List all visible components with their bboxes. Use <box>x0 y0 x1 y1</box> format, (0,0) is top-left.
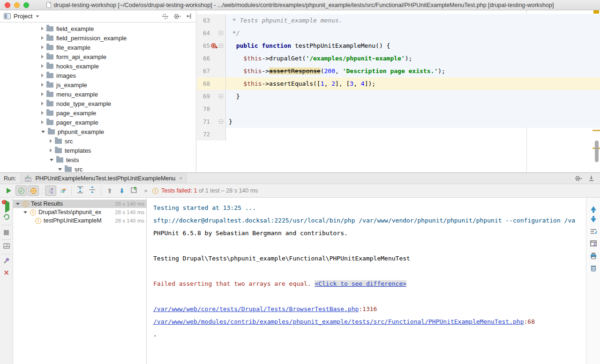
chevron-expanded-icon[interactable] <box>58 168 62 171</box>
next-failed-test-button[interactable]: ⬇ <box>116 186 128 196</box>
editor-gutter[interactable]: 66 <box>197 52 226 65</box>
project-tree-item-src[interactable]: src <box>0 136 196 146</box>
gear-icon[interactable] <box>575 175 583 182</box>
test-tree-item[interactable]: !testPhpUnitExampleM28 s 140 ms <box>13 216 146 225</box>
toggle-auto-test-button[interactable] <box>2 213 11 223</box>
chevron-collapsed-icon[interactable] <box>41 74 44 77</box>
editor-gutter[interactable]: 65! <box>197 39 226 52</box>
chevron-expanded-icon[interactable] <box>23 211 27 214</box>
rerun-button[interactable] <box>3 186 15 196</box>
editor-gutter[interactable]: 71 <box>197 115 226 128</box>
editor-gutter[interactable]: 67 <box>197 65 226 77</box>
chevron-collapsed-icon[interactable] <box>41 102 44 105</box>
scroll-down-button[interactable] <box>589 215 598 225</box>
chevron-collapsed-icon[interactable] <box>41 92 44 96</box>
see-difference-link[interactable]: <Click to see difference> <box>315 280 406 287</box>
code-line[interactable]: 64 */ <box>197 27 600 39</box>
project-panel-header[interactable]: Project <box>0 10 196 22</box>
code-line[interactable]: 66 $this->drupalGet('/examples/phpunit-e… <box>197 52 600 65</box>
chevron-expanded-icon[interactable] <box>16 203 20 205</box>
code-line[interactable]: 63 * Tests phpunit_example menus. <box>197 14 600 27</box>
scroll-from-source-icon[interactable] <box>162 13 169 20</box>
project-tree-item-tests[interactable]: tests <box>0 155 196 164</box>
chevron-collapsed-icon[interactable] <box>41 120 44 124</box>
project-tree-item-file_example[interactable]: file_example <box>0 43 196 52</box>
previous-failed-test-button[interactable]: ⬆ <box>104 186 115 196</box>
import-export-results-button[interactable] <box>128 186 140 196</box>
chevron-expanded-icon[interactable] <box>41 131 45 133</box>
open-results-in-editor-button[interactable] <box>589 240 598 249</box>
show-passed-button[interactable]: ✓ <box>15 186 27 196</box>
editor-gutter[interactable]: 63 <box>197 14 226 27</box>
chevron-collapsed-icon[interactable] <box>41 111 44 115</box>
run-configuration-tab[interactable]: php✓ PHPUnitExampleMenuTest.testPhpUnitE… <box>21 173 187 184</box>
project-tree-item-pager_example[interactable]: pager_example <box>0 118 196 127</box>
project-tree-item-images[interactable]: images <box>0 71 196 80</box>
chevron-collapsed-icon[interactable] <box>41 83 44 87</box>
project-tree-item-templates[interactable]: templates <box>0 146 196 155</box>
project-tree-item-form_api_example[interactable]: form_api_example <box>0 52 196 61</box>
close-tab-icon[interactable]: × <box>179 175 182 182</box>
test-console-output[interactable]: Testing started at 13:25 ...sftp://docke… <box>147 198 586 364</box>
fold-marker-icon[interactable] <box>219 44 223 48</box>
project-tree-item-menu_example[interactable]: menu_example <box>0 89 196 99</box>
more-chevron[interactable]: » <box>141 186 152 196</box>
pin-tab-button[interactable] <box>2 257 11 266</box>
editor-gutter[interactable]: 68 <box>197 77 226 90</box>
project-tree-item-field_example[interactable]: field_example <box>0 24 196 33</box>
soft-wrap-button[interactable] <box>589 228 598 237</box>
code-line[interactable]: 70 <box>197 103 600 115</box>
code-editor[interactable]: 63 * Tests phpunit_example menus.64 */65… <box>197 10 600 172</box>
test-failed-icon[interactable]: ! <box>211 43 216 48</box>
code-line[interactable]: 67 $this->assertResponse(200, 'Descripti… <box>197 65 600 77</box>
test-tree-item[interactable]: !Drupal\Tests\phpunit_ex28 s 140 ms <box>13 208 146 216</box>
chevron-expanded-icon[interactable] <box>50 159 53 161</box>
project-tree-item-hooks_example[interactable]: hooks_example <box>0 61 196 71</box>
chevron-down-icon[interactable] <box>36 15 39 17</box>
chevron-collapsed-icon[interactable] <box>41 45 44 49</box>
hide-toolwindow-icon[interactable] <box>588 175 594 181</box>
project-tree-item-field_permission_example[interactable]: field_permission_example <box>0 33 196 43</box>
code-line[interactable]: 65! public function testPhpUnitExampleMe… <box>197 39 600 52</box>
project-tree-item-phpunit_example[interactable]: phpunit_example <box>0 127 196 136</box>
editor-gutter[interactable]: 69 <box>197 90 226 103</box>
editor-gutter[interactable]: 64 <box>197 27 226 39</box>
restore-layout-button[interactable] <box>2 242 11 252</box>
chevron-collapsed-icon[interactable] <box>41 36 44 40</box>
editor-gutter[interactable]: 72 <box>197 128 226 141</box>
expand-all-button[interactable] <box>75 186 86 196</box>
sort-by-duration-button[interactable]: ↓ <box>57 186 68 196</box>
chevron-collapsed-icon[interactable] <box>41 27 44 30</box>
sort-alphabetically-button[interactable]: ↓az <box>45 186 56 196</box>
project-tree-item-node_type_example[interactable]: node_type_example <box>0 99 196 108</box>
project-tree-item-page_example[interactable]: page_example <box>0 108 196 118</box>
close-button[interactable]: ✕ <box>2 268 11 277</box>
code-line[interactable]: 68 $this->assertEquals([1, 2], [3, 4]); <box>197 77 600 90</box>
show-ignored-button[interactable] <box>28 186 39 196</box>
stacktrace-link[interactable]: /var/www/web/core/tests/Drupal/Tests/Bro… <box>153 305 359 312</box>
editor-scrollbar[interactable] <box>595 141 599 162</box>
fold-marker-icon[interactable] <box>219 31 223 35</box>
chevron-collapsed-icon[interactable] <box>50 149 52 152</box>
project-tree-item-js_example[interactable]: js_example <box>0 80 196 89</box>
scroll-up-button[interactable] <box>589 203 598 213</box>
collapse-all-button[interactable] <box>87 186 98 196</box>
clear-all-button[interactable] <box>589 264 598 274</box>
hide-panel-icon[interactable] <box>186 13 192 19</box>
code-line[interactable]: 71} <box>197 115 600 128</box>
fold-marker-icon[interactable] <box>219 119 223 124</box>
print-button[interactable] <box>589 252 598 261</box>
chevron-collapsed-icon[interactable] <box>41 64 44 68</box>
fold-marker-icon[interactable] <box>219 94 223 98</box>
gear-icon[interactable] <box>173 13 181 20</box>
project-tree-item-src[interactable]: src <box>0 164 196 172</box>
test-tree-item[interactable]: !Test Results28 s 140 ms <box>13 200 146 208</box>
code-line[interactable]: 69 } <box>197 90 600 103</box>
stop-button[interactable] <box>2 228 11 237</box>
editor-gutter[interactable]: 70 <box>197 103 226 115</box>
chevron-collapsed-icon[interactable] <box>50 139 52 143</box>
chevron-collapsed-icon[interactable] <box>41 55 44 59</box>
stacktrace-link[interactable]: /var/www/web/modules/contrib/examples/ph… <box>153 318 524 325</box>
code-line[interactable]: 72 <box>197 128 600 141</box>
rerun-failed-tests-button[interactable]: ! <box>2 202 11 211</box>
